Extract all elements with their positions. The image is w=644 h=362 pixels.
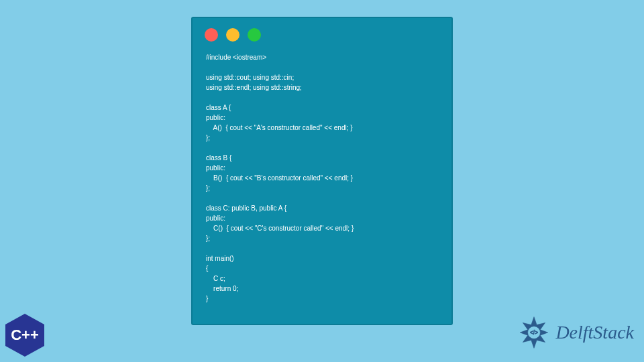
delft-logo-text: DelftStack xyxy=(555,322,634,343)
close-icon xyxy=(205,28,218,42)
delft-logo: </> DelftStack xyxy=(517,315,634,350)
delft-icon: </> xyxy=(517,315,551,350)
cpp-logo: C++ xyxy=(5,314,44,357)
window-controls xyxy=(193,18,451,47)
svg-text:</>: </> xyxy=(530,329,538,336)
star-icon: </> xyxy=(517,315,551,350)
cpp-logo-text: C++ xyxy=(11,326,39,344)
code-window: #include <iostream> using std::cout; usi… xyxy=(191,17,453,325)
minimize-icon xyxy=(226,28,239,42)
hexagon-icon: C++ xyxy=(5,314,44,357)
code-content: #include <iostream> using std::cout; usi… xyxy=(193,47,451,309)
maximize-icon xyxy=(248,28,261,42)
